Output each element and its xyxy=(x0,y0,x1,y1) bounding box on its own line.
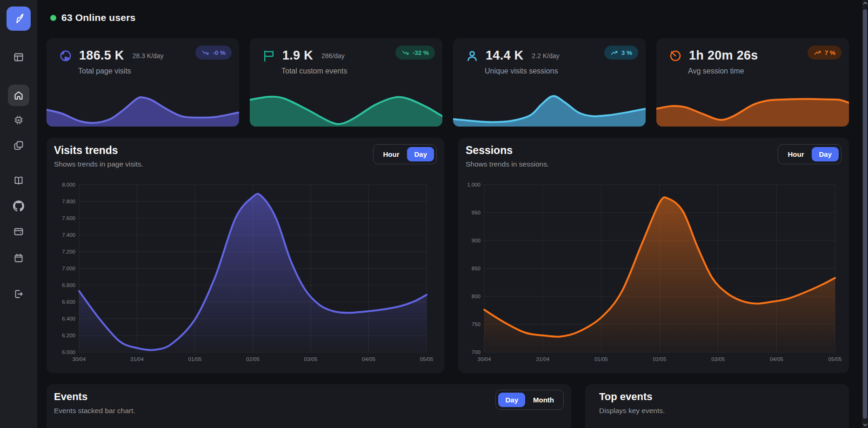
sessions-panel: Sessions Shows trends in sessions. Hour … xyxy=(458,138,849,373)
svg-text:7.600: 7.600 xyxy=(62,215,75,221)
logout-icon xyxy=(13,288,24,300)
svg-text:04/05: 04/05 xyxy=(362,356,375,362)
badge-text: -32 % xyxy=(413,49,429,56)
svg-text:02/05: 02/05 xyxy=(246,356,260,362)
analytics-dashboard: AI xyxy=(0,0,868,428)
flag-icon xyxy=(262,49,276,63)
stat-card-custom-events: 1.9 K 286/day Total custom events -32 % xyxy=(250,38,442,127)
stat-rate: 2.2 K/day xyxy=(532,52,559,60)
stat-card-unique-sessions: 14.4 K 2.2 K/day Unique visits sessions … xyxy=(453,38,646,127)
sessions-interval-toggle: Hour Day xyxy=(778,144,841,164)
sidebar-item-logout[interactable] xyxy=(8,283,29,305)
toggle-day-button[interactable]: Day xyxy=(812,147,839,161)
panel-title: Events xyxy=(54,391,87,403)
svg-text:30/04: 30/04 xyxy=(73,356,86,362)
events-interval-toggle: Day Month xyxy=(495,390,564,410)
online-users-label: 63 Online users xyxy=(61,12,135,23)
sidebar-item-calendar[interactable] xyxy=(8,247,29,269)
badge-text: 3 % xyxy=(621,49,632,56)
panel-subtitle: Events stacked bar chart. xyxy=(54,407,135,415)
page-visits-sparkline xyxy=(47,89,239,127)
github-icon xyxy=(13,201,24,212)
sidebar-item-dashboard[interactable] xyxy=(8,47,29,68)
unique-sessions-sparkline xyxy=(453,89,646,127)
stat-value: 1h 20m 26s xyxy=(689,48,758,63)
svg-text:03/05: 03/05 xyxy=(304,356,318,362)
ai-chip-icon: AI xyxy=(13,114,24,126)
calendar-icon xyxy=(13,253,24,264)
toggle-day-button[interactable]: Day xyxy=(407,147,434,161)
panel-title: Visits trends xyxy=(54,144,118,157)
svg-text:7.200: 7.200 xyxy=(62,249,75,254)
sidebar-item-github[interactable] xyxy=(8,195,29,217)
sessions-chart[interactable]: 7007508008509009501.00030/0431/0401/0502… xyxy=(463,177,844,368)
svg-text:950: 950 xyxy=(472,210,481,215)
svg-text:900: 900 xyxy=(472,238,481,243)
svg-text:6.800: 6.800 xyxy=(62,282,75,288)
toggle-hour-button[interactable]: Hour xyxy=(781,147,811,161)
badge-text: 7 % xyxy=(825,49,835,56)
layout-icon xyxy=(13,52,24,63)
online-users-indicator: 63 Online users xyxy=(50,12,135,23)
svg-text:04/05: 04/05 xyxy=(770,356,783,362)
trend-down-icon xyxy=(201,49,209,56)
svg-text:6.400: 6.400 xyxy=(62,316,75,321)
scroll-down-icon[interactable] xyxy=(862,423,868,427)
panel-subtitle: Shows trends in page visits. xyxy=(54,160,143,168)
stat-label: Total page visits xyxy=(78,67,131,75)
svg-text:AI: AI xyxy=(17,119,20,122)
page-scrollbar[interactable] xyxy=(862,0,868,428)
svg-text:05/05: 05/05 xyxy=(828,356,842,362)
panel-title: Sessions xyxy=(466,144,513,157)
svg-text:6.200: 6.200 xyxy=(62,333,75,338)
logo-wave-icon xyxy=(12,11,26,27)
svg-text:7.800: 7.800 xyxy=(62,199,75,204)
toggle-hour-button[interactable]: Hour xyxy=(376,147,406,161)
home-icon xyxy=(13,90,24,101)
visits-trends-panel: Visits trends Shows trends in page visit… xyxy=(47,138,444,373)
trend-badge: 7 % xyxy=(808,46,841,60)
custom-events-sparkline xyxy=(250,89,442,127)
panel-subtitle: Displays key events. xyxy=(599,407,665,415)
svg-text:1.000: 1.000 xyxy=(467,182,481,187)
sidebar-item-billing[interactable] xyxy=(8,221,29,242)
panel-title: Top events xyxy=(599,391,653,403)
svg-text:03/05: 03/05 xyxy=(711,356,725,362)
badge-text: -0 % xyxy=(213,49,226,56)
svg-text:01/05: 01/05 xyxy=(594,356,608,362)
sidebar-item-docs[interactable] xyxy=(8,170,29,191)
scroll-up-icon[interactable] xyxy=(862,1,868,5)
person-icon xyxy=(465,49,479,63)
svg-text:850: 850 xyxy=(472,266,481,271)
svg-text:31/04: 31/04 xyxy=(536,356,549,362)
svg-text:7.400: 7.400 xyxy=(62,232,75,238)
svg-text:700: 700 xyxy=(472,349,481,355)
stat-rate: 286/day xyxy=(321,52,345,60)
sidebar: AI xyxy=(0,0,37,428)
svg-text:31/04: 31/04 xyxy=(130,356,144,362)
scrollbar-thumb[interactable] xyxy=(863,9,867,419)
sidebar-item-home[interactable] xyxy=(8,85,29,106)
trend-up-icon xyxy=(610,49,618,56)
sidebar-item-ai[interactable]: AI xyxy=(8,109,29,131)
svg-text:8.000: 8.000 xyxy=(62,182,75,187)
copy-icon xyxy=(13,140,24,151)
toggle-day-button[interactable]: Day xyxy=(498,393,525,407)
stat-label: Unique visits sessions xyxy=(485,67,558,75)
toggle-month-button[interactable]: Month xyxy=(526,393,561,407)
svg-text:750: 750 xyxy=(472,321,481,327)
online-status-dot xyxy=(50,15,56,21)
timer-icon xyxy=(668,49,682,63)
svg-text:6.000: 6.000 xyxy=(62,349,75,355)
svg-text:800: 800 xyxy=(472,294,481,299)
stat-value: 14.4 K xyxy=(486,48,523,63)
app-logo[interactable] xyxy=(7,7,31,31)
svg-text:30/04: 30/04 xyxy=(478,356,491,362)
svg-text:01/05: 01/05 xyxy=(188,356,202,362)
sidebar-item-pages[interactable] xyxy=(8,135,29,156)
stat-label: Avg session time xyxy=(688,67,744,75)
trend-badge: -32 % xyxy=(395,46,435,60)
stat-value: 1.9 K xyxy=(282,48,313,63)
visits-trends-chart[interactable]: 6.0006.2006.4006.6006.8007.0007.2007.400… xyxy=(51,177,440,368)
wallet-icon xyxy=(13,226,24,237)
